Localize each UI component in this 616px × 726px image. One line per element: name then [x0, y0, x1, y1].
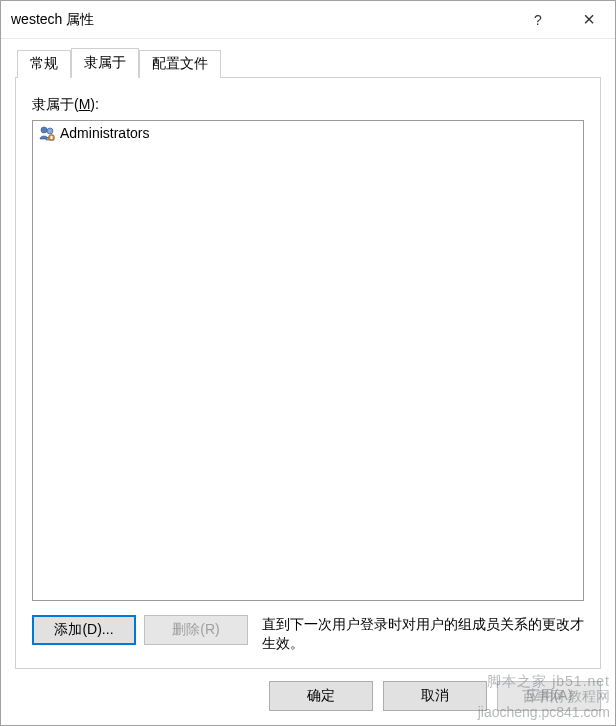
apply-button-label: 应用(A) — [526, 687, 573, 705]
titlebar-buttons: ? × — [513, 1, 615, 38]
help-icon: ? — [534, 12, 542, 28]
cancel-button[interactable]: 取消 — [383, 681, 487, 711]
add-button-label: 添加(D)... — [54, 621, 113, 639]
tab-memberof[interactable]: 隶属于 — [71, 48, 139, 78]
group-name: Administrators — [60, 125, 149, 141]
cancel-button-label: 取消 — [421, 687, 449, 705]
add-remove-buttons: 添加(D)... 删除(R) — [32, 615, 248, 645]
tab-panel-memberof: 隶属于(M): Administrators — [15, 77, 601, 669]
group-icon — [38, 124, 56, 142]
close-button[interactable]: × — [563, 1, 615, 38]
remove-button-label: 删除(R) — [172, 621, 219, 639]
list-item[interactable]: Administrators — [35, 123, 581, 143]
content-area: 常规 隶属于 配置文件 隶属于(M): — [1, 39, 615, 669]
svg-point-0 — [41, 127, 47, 133]
dialog-button-row: 确定 取消 应用(A) — [1, 669, 615, 725]
memberof-label-suffix: ): — [90, 96, 99, 112]
titlebar: westech 属性 ? × — [1, 1, 615, 39]
membership-note: 直到下一次用户登录时对用户的组成员关系的更改才生效。 — [262, 615, 584, 654]
tab-general[interactable]: 常规 — [17, 50, 71, 78]
tab-memberof-label: 隶属于 — [84, 54, 126, 70]
ok-button-label: 确定 — [307, 687, 335, 705]
svg-point-1 — [47, 128, 53, 134]
close-icon: × — [583, 8, 595, 31]
svg-rect-3 — [51, 136, 53, 139]
tab-general-label: 常规 — [30, 55, 58, 71]
tab-profile-label: 配置文件 — [152, 55, 208, 71]
add-button[interactable]: 添加(D)... — [32, 615, 136, 645]
ok-button[interactable]: 确定 — [269, 681, 373, 711]
memberof-label-accel: M — [79, 96, 91, 112]
memberof-label-prefix: 隶属于( — [32, 96, 79, 112]
panel-bottom-row: 添加(D)... 删除(R) 直到下一次用户登录时对用户的组成员关系的更改才生效… — [32, 615, 584, 654]
remove-button: 删除(R) — [144, 615, 248, 645]
apply-button: 应用(A) — [497, 681, 601, 711]
tab-profile[interactable]: 配置文件 — [139, 50, 221, 78]
help-button[interactable]: ? — [513, 1, 563, 38]
properties-dialog: westech 属性 ? × 常规 隶属于 配置文件 隶属于(M): — [0, 0, 616, 726]
tab-strip: 常规 隶属于 配置文件 — [17, 50, 601, 78]
window-title: westech 属性 — [11, 11, 513, 29]
memberof-label: 隶属于(M): — [32, 96, 584, 114]
groups-listbox[interactable]: Administrators — [32, 120, 584, 601]
